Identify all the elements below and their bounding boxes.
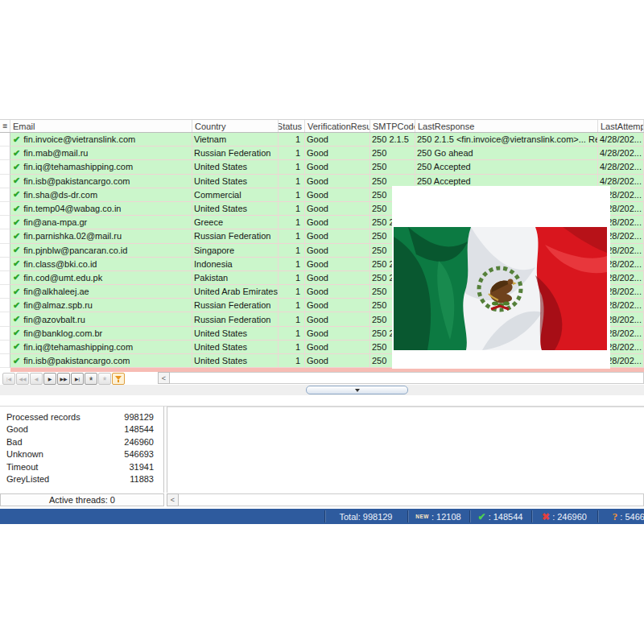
row-indicator-cell: [0, 244, 10, 258]
chevron-down-icon: [355, 389, 360, 392]
active-threads-label: Active threads: 0: [49, 495, 115, 505]
stat-label: Bad: [6, 437, 23, 447]
scroll-left-button[interactable]: <: [167, 493, 179, 506]
check-icon: ✔: [13, 218, 20, 227]
mexico-flag-image: [392, 186, 610, 369]
cell-email: ✔fin.invoice@vietranslink.com: [10, 133, 192, 147]
bottom-scrollbar[interactable]: <: [167, 493, 644, 506]
next-record-button[interactable]: ▶: [43, 373, 56, 385]
cell-result: Good: [305, 354, 370, 368]
email-text: fin.parnishka.02@mail.ru: [23, 231, 122, 241]
cell-status: 1: [279, 354, 305, 368]
stat-value: 148544: [124, 424, 154, 434]
column-header-attempt[interactable]: LastAttempt: [598, 120, 644, 132]
email-text: fin.iq@tehamashipping.com: [23, 162, 133, 171]
check-icon: ✔: [13, 328, 20, 337]
stat-value: 546693: [124, 449, 154, 459]
cell-country: United States: [192, 202, 279, 216]
cell-status: 1: [279, 160, 305, 174]
next-page-button[interactable]: ▶▶: [57, 373, 70, 385]
cell-status: 1: [279, 244, 305, 258]
scroll-track[interactable]: [179, 493, 644, 506]
table-row[interactable]: ✔fin.mab@mail.ruRussian Federation1Good2…: [0, 147, 644, 160]
cell-country: Indonesia: [192, 258, 279, 271]
cell-country: United States: [192, 327, 279, 341]
stat-row: Bad246960: [0, 436, 163, 448]
stat-label: Unknown: [6, 449, 43, 459]
column-header-country[interactable]: Country: [192, 120, 279, 132]
stat-row: GreyListed11883: [0, 473, 163, 486]
cell-result: Good: [305, 202, 370, 216]
first-record-button[interactable]: |◀: [2, 373, 15, 385]
bad-value: 246960: [557, 512, 587, 522]
grid-options-icon: ≣: [2, 123, 8, 130]
cell-status: 1: [279, 202, 305, 216]
check-icon: ✔: [13, 259, 20, 268]
scroll-left-button[interactable]: <: [158, 372, 170, 384]
cell-country: United States: [192, 160, 279, 174]
last-record-button[interactable]: ▶|: [71, 373, 84, 385]
statusbar-separator: :: [431, 512, 434, 522]
cell-status: 1: [279, 229, 305, 243]
grid-navigator: |◀◀◀◀▶▶▶▶|**: [2, 373, 125, 385]
column-header-email[interactable]: Email: [10, 120, 192, 132]
email-text: fin@ana-mpa.gr: [23, 217, 87, 227]
good-value: 148544: [493, 512, 523, 522]
cell-result: Good: [305, 271, 370, 285]
insert-record-button[interactable]: *: [85, 373, 97, 385]
row-indicator-cell: [0, 327, 10, 341]
stats-list: Processed records998129Good148544Bad2469…: [0, 407, 163, 485]
grid-horizontal-scrollbar[interactable]: <: [158, 372, 644, 384]
prior-record-button[interactable]: ◀: [30, 373, 43, 385]
cell-email: ✔fin.isb@pakistancargo.com: [10, 175, 192, 188]
cell-status: 1: [279, 133, 305, 147]
row-indicator-header[interactable]: ≣: [0, 120, 10, 132]
statusbar-new: NEW : 12108: [407, 509, 469, 524]
column-header-result[interactable]: VerificationResult: [305, 120, 370, 132]
email-text: fin.iq@tehamashipping.com: [23, 342, 133, 352]
splitter-bar[interactable]: [0, 385, 644, 395]
cell-status: 1: [279, 312, 305, 326]
cell-email: ✔fin.cod@umt.edu.pk: [10, 271, 192, 285]
cell-status: 1: [279, 299, 305, 312]
cell-result: Good: [305, 229, 370, 243]
cell-response: 250 2.1.5 <fin.invoice@vietranslink.com>…: [415, 133, 598, 147]
prior-page-button[interactable]: ◀◀: [16, 373, 29, 385]
stat-value: 246960: [124, 437, 154, 447]
filter-button[interactable]: [112, 373, 125, 385]
email-text: fin@almaz.spb.ru: [23, 300, 93, 310]
edit-record-button[interactable]: *: [98, 373, 111, 385]
column-header-status[interactable]: Status: [279, 120, 305, 132]
unknown-value: 546693: [625, 512, 644, 522]
statusbar-separator: :: [489, 512, 491, 522]
cell-result: Good: [305, 188, 370, 202]
row-indicator-cell: [0, 341, 10, 354]
email-text: fin.isb@pakistancargo.com: [23, 356, 130, 365]
cell-country: Commercial: [192, 188, 279, 202]
column-header-response[interactable]: LastResponse: [415, 120, 598, 132]
splitter-collapse-button[interactable]: [306, 386, 408, 394]
row-indicator-cell: [0, 285, 10, 299]
check-icon: ✔: [13, 204, 20, 213]
total-label: Total:: [339, 512, 360, 522]
cell-status: 1: [279, 216, 305, 229]
check-icon: ✔: [13, 301, 20, 310]
statusbar-good: ✔ : 148544: [469, 509, 531, 524]
email-text: fin.temp04@wabag.co.in: [23, 204, 121, 213]
cell-email: ✔fin@alkhaleej.ae: [10, 285, 192, 299]
email-text: fin@azovbalt.ru: [23, 315, 85, 324]
column-header-smtp[interactable]: SMTPCode: [370, 120, 415, 132]
email-text: fin@alkhaleej.ae: [23, 287, 89, 296]
question-icon: ?: [613, 510, 618, 523]
cell-result: Good: [305, 258, 370, 271]
table-row[interactable]: ✔fin.iq@tehamashipping.comUnited States1…: [0, 160, 644, 174]
scroll-track[interactable]: [170, 372, 644, 384]
cell-country: Vietnam: [192, 133, 279, 147]
cell-status: 1: [279, 188, 305, 202]
cell-status: 1: [279, 271, 305, 285]
cell-email: ✔fin.iq@tehamashipping.com: [10, 160, 192, 174]
table-row[interactable]: ✔fin.invoice@vietranslink.comVietnam1Goo…: [0, 133, 644, 147]
check-icon: ✔: [13, 246, 20, 254]
cell-smtp: 250 2.1.5: [370, 133, 415, 147]
check-icon: ✔: [13, 342, 20, 351]
